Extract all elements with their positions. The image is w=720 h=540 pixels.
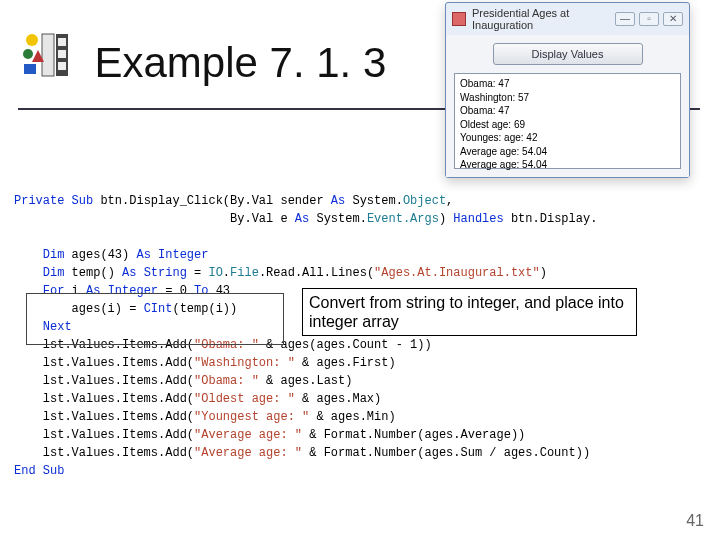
code-token: "Oldest age: ": [194, 392, 295, 406]
code-token: Event.Args: [367, 212, 439, 226]
code-token: To: [194, 284, 208, 298]
code-token: Handles: [453, 212, 503, 226]
code-token: "Washington: ": [194, 356, 295, 370]
code-token: lst.Values.Items.Add(: [14, 392, 194, 406]
code-token: Dim: [14, 266, 64, 280]
display-values-button[interactable]: Display Values: [493, 43, 643, 65]
annotation-box: Convert from string to integer, and plac…: [302, 288, 637, 336]
svg-rect-0: [42, 34, 54, 76]
svg-rect-2: [58, 38, 66, 46]
code-token: & Format.Number(ages.Sum / ages.Count)): [302, 446, 590, 460]
code-token: By.Val e: [14, 212, 295, 226]
code-token: Dim: [14, 248, 64, 262]
code-token: (temp(i)): [172, 302, 237, 316]
code-token: "Ages.At.Inaugural.txt": [374, 266, 540, 280]
maximize-button[interactable]: ▫: [639, 12, 659, 26]
list-item: Average age: 54.04: [460, 145, 675, 159]
code-token: lst.Values.Items.Add(: [14, 428, 194, 442]
code-token: = 0: [158, 284, 194, 298]
code-token: lst.Values.Items.Add(: [14, 374, 194, 388]
window-controls: — ▫ ✕: [615, 12, 683, 26]
code-token: temp(): [64, 266, 122, 280]
svg-rect-4: [58, 62, 66, 70]
code-token: & Format.Number(ages.Average)): [302, 428, 525, 442]
code-token: For: [14, 284, 64, 298]
code-token: CInt: [144, 302, 173, 316]
logo-icon: [18, 30, 72, 84]
list-item: Younges: age: 42: [460, 131, 675, 145]
list-item: Washington: 57: [460, 91, 675, 105]
code-token: btn.Display_Click(By.Val sender: [93, 194, 331, 208]
list-item: Obama: 47: [460, 77, 675, 91]
code-token: "Obama: ": [194, 374, 259, 388]
list-item: Obama: 47: [460, 104, 675, 118]
code-token: As Integer: [86, 284, 158, 298]
code-token: As: [295, 212, 309, 226]
close-button[interactable]: ✕: [663, 12, 683, 26]
code-token: & ages(ages.Count - 1)): [259, 338, 432, 352]
page-number: 41: [686, 512, 704, 530]
code-token: ): [439, 212, 453, 226]
window-body: Display Values Obama: 47 Washington: 57 …: [446, 35, 689, 177]
code-token: & ages.Max): [295, 392, 381, 406]
code-token: "Average age: ": [194, 446, 302, 460]
code-token: Object: [403, 194, 446, 208]
app-window: Presidential Ages at Inauguration — ▫ ✕ …: [445, 2, 690, 178]
code-token: System.: [345, 194, 403, 208]
code-token: "Obama: ": [194, 338, 259, 352]
code-token: File: [230, 266, 259, 280]
app-icon: [452, 12, 466, 26]
code-token: ): [540, 266, 547, 280]
values-listbox[interactable]: Obama: 47 Washington: 57 Obama: 47 Oldes…: [454, 73, 681, 169]
code-token: lst.Values.Items.Add(: [14, 338, 194, 352]
list-item: Average age: 54.04: [460, 158, 675, 172]
code-token: As String: [122, 266, 187, 280]
code-token: "Average age: ": [194, 428, 302, 442]
code-token: ages(i) =: [14, 302, 144, 316]
code-token: =: [187, 266, 209, 280]
code-token: As Integer: [136, 248, 208, 262]
code-token: & ages.Min): [309, 410, 395, 424]
code-token: btn.Display.: [504, 212, 598, 226]
slide-title: Example 7. 1. 3: [94, 39, 386, 87]
code-token: IO: [208, 266, 222, 280]
code-token: lst.Values.Items.Add(: [14, 410, 194, 424]
svg-rect-3: [58, 50, 66, 58]
code-token: & ages.First): [295, 356, 396, 370]
code-token: "Youngest age: ": [194, 410, 309, 424]
code-token: i: [64, 284, 86, 298]
svg-point-5: [26, 34, 38, 46]
code-token: Next: [14, 320, 72, 334]
code-token: As: [331, 194, 345, 208]
svg-rect-8: [24, 64, 36, 74]
code-token: End Sub: [14, 464, 64, 478]
code-token: Private Sub: [14, 194, 93, 208]
code-token: 43: [208, 284, 230, 298]
code-token: .: [223, 266, 230, 280]
code-token: lst.Values.Items.Add(: [14, 356, 194, 370]
code-token: .Read.All.Lines(: [259, 266, 374, 280]
code-token: System.: [309, 212, 367, 226]
code-token: lst.Values.Items.Add(: [14, 446, 194, 460]
minimize-button[interactable]: —: [615, 12, 635, 26]
code-token: ages(43): [64, 248, 136, 262]
code-token: ,: [446, 194, 453, 208]
svg-point-6: [23, 49, 33, 59]
window-title: Presidential Ages at Inauguration: [472, 7, 615, 31]
window-titlebar: Presidential Ages at Inauguration — ▫ ✕: [446, 3, 689, 35]
list-item: Oldest age: 69: [460, 118, 675, 132]
code-token: & ages.Last): [259, 374, 353, 388]
